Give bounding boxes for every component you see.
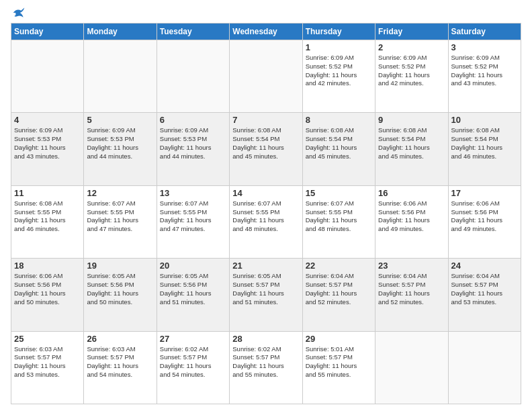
day-info: Sunrise: 6:08 AMSunset: 5:54 PMDaylight:…	[232, 126, 299, 161]
day-info: Sunrise: 6:05 AMSunset: 5:56 PMDaylight:…	[87, 272, 153, 306]
day-info: Sunrise: 6:04 AMSunset: 5:57 PMDaylight:…	[451, 272, 518, 306]
logo-text	[11, 7, 26, 19]
calendar-cell: 10Sunrise: 6:08 AMSunset: 5:54 PMDayligh…	[448, 113, 521, 185]
calendar-cell: 27Sunrise: 6:02 AMSunset: 5:57 PMDayligh…	[157, 331, 229, 404]
calendar-cell: 26Sunrise: 6:03 AMSunset: 5:57 PMDayligh…	[84, 331, 157, 404]
day-number: 20	[160, 261, 226, 271]
calendar-cell: 7Sunrise: 6:08 AMSunset: 5:54 PMDaylight…	[230, 113, 302, 185]
day-info: Sunrise: 6:02 AMSunset: 5:57 PMDaylight:…	[232, 345, 299, 379]
day-number: 23	[378, 261, 445, 271]
day-number: 3	[451, 42, 518, 52]
calendar-cell: 28Sunrise: 6:02 AMSunset: 5:57 PMDayligh…	[230, 331, 302, 404]
calendar-cell: 23Sunrise: 6:04 AMSunset: 5:57 PMDayligh…	[375, 259, 448, 331]
day-number: 13	[160, 188, 226, 198]
day-number: 14	[232, 188, 299, 198]
logo-bird-icon	[12, 7, 26, 19]
calendar-table: SundayMondayTuesdayWednesdayThursdayFrid…	[11, 23, 521, 404]
calendar-cell	[375, 331, 448, 404]
calendar-cell: 17Sunrise: 6:06 AMSunset: 5:56 PMDayligh…	[448, 185, 521, 258]
calendar-cell: 18Sunrise: 6:06 AMSunset: 5:56 PMDayligh…	[11, 259, 84, 331]
calendar-cell: 3Sunrise: 6:09 AMSunset: 5:52 PMDaylight…	[448, 40, 521, 113]
calendar-cell: 1Sunrise: 6:09 AMSunset: 5:52 PMDaylight…	[302, 40, 375, 113]
day-number: 17	[451, 188, 518, 198]
calendar-cell: 22Sunrise: 6:04 AMSunset: 5:57 PMDayligh…	[302, 259, 375, 331]
header-monday: Monday	[84, 24, 157, 40]
day-info: Sunrise: 6:02 AMSunset: 5:57 PMDaylight:…	[160, 345, 226, 379]
calendar-cell: 24Sunrise: 6:04 AMSunset: 5:57 PMDayligh…	[448, 259, 521, 331]
calendar-cell: 8Sunrise: 6:08 AMSunset: 5:54 PMDaylight…	[302, 113, 375, 185]
header	[11, 7, 521, 19]
day-info: Sunrise: 5:01 AMSunset: 5:57 PMDaylight:…	[306, 345, 372, 379]
day-number: 28	[232, 334, 299, 344]
day-number: 21	[232, 261, 299, 271]
calendar-week-5: 25Sunrise: 6:03 AMSunset: 5:57 PMDayligh…	[11, 331, 521, 404]
calendar-cell: 16Sunrise: 6:06 AMSunset: 5:56 PMDayligh…	[375, 185, 448, 258]
day-info: Sunrise: 6:07 AMSunset: 5:55 PMDaylight:…	[160, 199, 226, 234]
calendar-cell: 9Sunrise: 6:08 AMSunset: 5:54 PMDaylight…	[375, 113, 448, 185]
day-number: 5	[87, 115, 153, 125]
day-number: 8	[306, 115, 372, 125]
day-number: 25	[14, 334, 81, 344]
calendar-cell	[84, 40, 157, 113]
day-number: 7	[232, 115, 299, 125]
day-number: 1	[306, 42, 372, 52]
day-info: Sunrise: 6:08 AMSunset: 5:54 PMDaylight:…	[451, 126, 518, 161]
day-number: 15	[306, 188, 372, 198]
calendar-cell: 2Sunrise: 6:09 AMSunset: 5:52 PMDaylight…	[375, 40, 448, 113]
day-number: 2	[378, 42, 445, 52]
calendar-cell: 21Sunrise: 6:05 AMSunset: 5:57 PMDayligh…	[230, 259, 302, 331]
day-info: Sunrise: 6:06 AMSunset: 5:56 PMDaylight:…	[451, 199, 518, 234]
day-number: 27	[160, 334, 226, 344]
header-friday: Friday	[375, 24, 448, 40]
day-info: Sunrise: 6:05 AMSunset: 5:57 PMDaylight:…	[232, 272, 299, 306]
day-info: Sunrise: 6:09 AMSunset: 5:52 PMDaylight:…	[378, 54, 445, 88]
header-sunday: Sunday	[11, 24, 84, 40]
calendar-week-1: 1Sunrise: 6:09 AMSunset: 5:52 PMDaylight…	[11, 40, 521, 113]
calendar-week-4: 18Sunrise: 6:06 AMSunset: 5:56 PMDayligh…	[11, 259, 521, 331]
day-number: 24	[451, 261, 518, 271]
header-wednesday: Wednesday	[230, 24, 302, 40]
calendar-cell	[230, 40, 302, 113]
calendar-cell: 20Sunrise: 6:05 AMSunset: 5:56 PMDayligh…	[157, 259, 229, 331]
day-info: Sunrise: 6:06 AMSunset: 5:56 PMDaylight:…	[14, 272, 81, 306]
day-info: Sunrise: 6:06 AMSunset: 5:56 PMDaylight:…	[378, 199, 445, 234]
page: SundayMondayTuesdayWednesdayThursdayFrid…	[0, 0, 532, 411]
day-info: Sunrise: 6:09 AMSunset: 5:52 PMDaylight:…	[451, 54, 518, 88]
day-number: 4	[14, 115, 81, 125]
day-info: Sunrise: 6:07 AMSunset: 5:55 PMDaylight:…	[87, 199, 153, 234]
day-number: 9	[378, 115, 445, 125]
calendar-header-row: SundayMondayTuesdayWednesdayThursdayFrid…	[11, 24, 521, 40]
calendar-cell: 19Sunrise: 6:05 AMSunset: 5:56 PMDayligh…	[84, 259, 157, 331]
day-info: Sunrise: 6:03 AMSunset: 5:57 PMDaylight:…	[87, 345, 153, 379]
calendar-cell	[11, 40, 84, 113]
day-number: 6	[160, 115, 226, 125]
calendar-cell	[157, 40, 229, 113]
day-info: Sunrise: 6:07 AMSunset: 5:55 PMDaylight:…	[232, 199, 299, 234]
day-info: Sunrise: 6:07 AMSunset: 5:55 PMDaylight:…	[306, 199, 372, 234]
day-number: 29	[306, 334, 372, 344]
day-info: Sunrise: 6:03 AMSunset: 5:57 PMDaylight:…	[14, 345, 81, 379]
calendar-cell: 29Sunrise: 5:01 AMSunset: 5:57 PMDayligh…	[302, 331, 375, 404]
day-number: 12	[87, 188, 153, 198]
calendar-cell: 6Sunrise: 6:09 AMSunset: 5:53 PMDaylight…	[157, 113, 229, 185]
calendar-cell: 11Sunrise: 6:08 AMSunset: 5:55 PMDayligh…	[11, 185, 84, 258]
day-info: Sunrise: 6:04 AMSunset: 5:57 PMDaylight:…	[378, 272, 445, 306]
calendar-cell	[448, 331, 521, 404]
calendar-cell: 12Sunrise: 6:07 AMSunset: 5:55 PMDayligh…	[84, 185, 157, 258]
calendar-cell: 13Sunrise: 6:07 AMSunset: 5:55 PMDayligh…	[157, 185, 229, 258]
header-thursday: Thursday	[302, 24, 375, 40]
day-info: Sunrise: 6:08 AMSunset: 5:55 PMDaylight:…	[14, 199, 81, 234]
day-info: Sunrise: 6:09 AMSunset: 5:53 PMDaylight:…	[87, 126, 153, 161]
calendar-cell: 15Sunrise: 6:07 AMSunset: 5:55 PMDayligh…	[302, 185, 375, 258]
day-info: Sunrise: 6:04 AMSunset: 5:57 PMDaylight:…	[306, 272, 372, 306]
day-info: Sunrise: 6:09 AMSunset: 5:53 PMDaylight:…	[160, 126, 226, 161]
calendar-cell: 4Sunrise: 6:09 AMSunset: 5:53 PMDaylight…	[11, 113, 84, 185]
calendar-cell: 25Sunrise: 6:03 AMSunset: 5:57 PMDayligh…	[11, 331, 84, 404]
day-number: 19	[87, 261, 153, 271]
logo	[11, 7, 26, 19]
calendar-cell: 5Sunrise: 6:09 AMSunset: 5:53 PMDaylight…	[84, 113, 157, 185]
day-number: 26	[87, 334, 153, 344]
header-tuesday: Tuesday	[157, 24, 229, 40]
day-info: Sunrise: 6:09 AMSunset: 5:53 PMDaylight:…	[14, 126, 81, 161]
day-info: Sunrise: 6:08 AMSunset: 5:54 PMDaylight:…	[378, 126, 445, 161]
